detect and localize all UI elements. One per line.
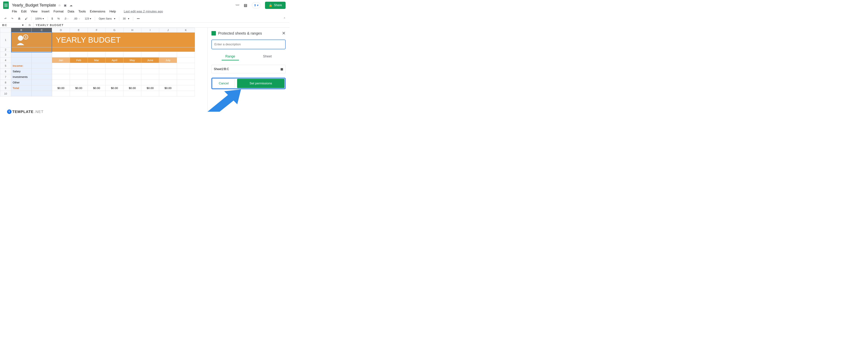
month-jun[interactable]: June (141, 57, 159, 63)
row-header-3[interactable]: 3 (0, 52, 11, 57)
cell[interactable] (177, 57, 195, 63)
font-select[interactable]: Open Sans ▾ (98, 17, 116, 21)
cell[interactable] (105, 52, 123, 57)
row-header-9[interactable]: 9 (0, 85, 11, 91)
cell[interactable] (177, 63, 195, 69)
month-apr[interactable]: April (105, 57, 123, 63)
cell[interactable] (141, 52, 159, 57)
cell[interactable] (159, 74, 177, 80)
cell[interactable] (123, 74, 141, 80)
total-may[interactable]: $0.00 (123, 85, 141, 91)
col-header-d[interactable]: D (52, 28, 70, 33)
cell[interactable] (123, 69, 141, 74)
menu-file[interactable]: File (12, 10, 17, 13)
cell[interactable] (159, 69, 177, 74)
col-header-j[interactable]: J (159, 28, 177, 33)
banner-title-cell[interactable]: $ YEARLY BUDGET (11, 33, 195, 47)
cell[interactable] (105, 69, 123, 74)
cell[interactable] (52, 74, 70, 80)
spreadsheet-grid[interactable]: B C D E F G H I J K 1 $ YEARLY BUDGET 2 … (0, 28, 208, 111)
banner-row2[interactable] (11, 47, 195, 52)
cell[interactable] (11, 52, 32, 57)
last-edit-link[interactable]: Last edit was 2 minutes ago (124, 10, 163, 13)
menu-extensions[interactable]: Extensions (90, 10, 105, 13)
cell[interactable] (88, 91, 105, 96)
month-mar[interactable]: Mar (88, 57, 105, 63)
total-jan[interactable]: $0.00 (52, 85, 70, 91)
collapse-toolbar-icon[interactable]: ⌃ (283, 17, 286, 20)
paint-format-icon[interactable]: 🖌 (24, 17, 28, 21)
cell[interactable] (177, 91, 195, 96)
cell[interactable] (123, 80, 141, 85)
cell[interactable] (141, 80, 159, 85)
cell[interactable] (141, 74, 159, 80)
month-jul[interactable]: July (159, 57, 177, 63)
sheets-logo[interactable] (2, 1, 10, 9)
cell[interactable] (70, 91, 88, 96)
redo-icon[interactable]: ↷ (10, 17, 14, 21)
cell[interactable] (123, 52, 141, 57)
row-header-7[interactable]: 7 (0, 74, 11, 80)
percent-button[interactable]: % (57, 17, 60, 21)
cell[interactable] (88, 74, 105, 80)
month-may[interactable]: May (123, 57, 141, 63)
share-button[interactable]: 🔒 Share (265, 2, 286, 9)
cell[interactable] (177, 85, 195, 91)
row-header-6[interactable]: 6 (0, 69, 11, 74)
month-feb[interactable]: Feb (70, 57, 88, 63)
total-jul[interactable]: $0.00 (159, 85, 177, 91)
cell[interactable] (70, 63, 88, 69)
cell[interactable] (52, 63, 70, 69)
comments-icon[interactable]: ▤ (244, 3, 247, 7)
font-size-select[interactable]: 30 ▾ (122, 17, 130, 21)
menu-format[interactable]: Format (54, 10, 64, 13)
menu-help[interactable]: Help (109, 10, 116, 13)
grid-select-icon[interactable]: ▦ (280, 67, 283, 71)
income-label[interactable]: Income: (11, 63, 32, 69)
menu-data[interactable]: Data (68, 10, 74, 13)
col-header-f[interactable]: F (88, 28, 105, 33)
item-investments[interactable]: Investments (11, 74, 32, 80)
cell[interactable] (70, 80, 88, 85)
cell[interactable] (177, 69, 195, 74)
row-header-4[interactable]: 4 (0, 57, 11, 63)
formula-value[interactable]: YEARLY BUDGET (33, 24, 66, 27)
cell[interactable] (105, 91, 123, 96)
cell[interactable] (123, 91, 141, 96)
row-header-2[interactable]: 2 (0, 47, 11, 52)
cloud-icon[interactable]: ☁ (69, 3, 72, 7)
tab-range[interactable]: Range (222, 53, 239, 60)
cell[interactable] (88, 63, 105, 69)
cell[interactable] (52, 80, 70, 85)
name-box[interactable]: B:C ▾ (0, 23, 26, 28)
total-jun[interactable]: $0.00 (141, 85, 159, 91)
menu-edit[interactable]: Edit (21, 10, 26, 13)
cell[interactable] (32, 52, 52, 57)
cell[interactable] (177, 74, 195, 80)
cancel-button[interactable]: Cancel (213, 79, 235, 88)
cell[interactable] (32, 80, 52, 85)
cell[interactable] (52, 69, 70, 74)
col-header-c[interactable]: C (32, 28, 52, 33)
move-icon[interactable]: ▣ (64, 3, 67, 7)
col-header-g[interactable]: G (105, 28, 123, 33)
cell[interactable] (159, 52, 177, 57)
document-title[interactable]: Yearly_Budget Template (12, 3, 56, 8)
cell[interactable] (32, 69, 52, 74)
cell[interactable] (70, 69, 88, 74)
cell[interactable] (32, 85, 52, 91)
tab-sheet[interactable]: Sheet (259, 53, 275, 60)
cell[interactable] (32, 57, 52, 63)
total-apr[interactable]: $0.00 (105, 85, 123, 91)
row-header-1[interactable]: 1 (0, 33, 11, 47)
col-header-h[interactable]: H (123, 28, 141, 33)
cell[interactable] (105, 63, 123, 69)
decrease-decimal-button[interactable]: .0← (63, 17, 70, 21)
zoom-select[interactable]: 100% ▾ (34, 17, 44, 21)
cell[interactable] (32, 63, 52, 69)
cell[interactable] (105, 80, 123, 85)
description-input[interactable] (211, 40, 286, 49)
menu-tools[interactable]: Tools (79, 10, 86, 13)
cell[interactable] (88, 80, 105, 85)
row-header-8[interactable]: 8 (0, 80, 11, 85)
